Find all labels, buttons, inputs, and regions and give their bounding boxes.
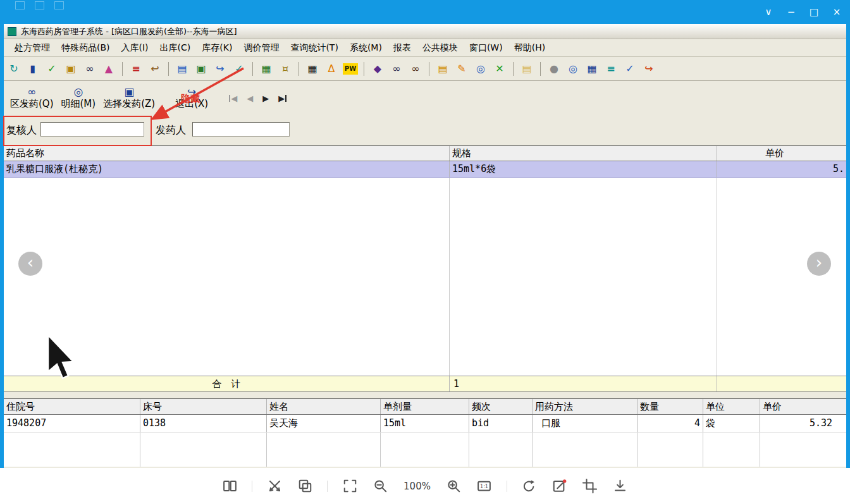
menu-item[interactable]: 库存(K) <box>196 40 238 56</box>
magnifier-icon[interactable]: ◎ <box>473 61 488 77</box>
close-button[interactable]: × <box>828 4 845 20</box>
new-doc-icon[interactable]: ▤ <box>175 61 190 77</box>
check-doc-icon[interactable]: ▣ <box>194 61 209 77</box>
background-app-icons <box>15 1 64 9</box>
flip-icon[interactable] <box>266 478 283 495</box>
table-filler <box>4 433 140 467</box>
money-table-icon[interactable]: ¤ <box>278 61 293 77</box>
menu-item[interactable]: 查询统计(T) <box>285 40 343 56</box>
menu-item[interactable]: 帮助(H) <box>508 40 551 56</box>
table-filler <box>267 433 381 467</box>
col-quantity: 数量 <box>638 399 703 414</box>
refresh-icon[interactable]: ↻ <box>6 61 22 77</box>
close-box-icon[interactable]: ✕ <box>492 61 507 77</box>
menu-item[interactable]: 入库(I) <box>116 40 154 56</box>
rotate-icon[interactable] <box>521 478 538 495</box>
dispense-form: 复核人 发药人 <box>4 115 846 145</box>
menu-item[interactable]: 公共模块 <box>417 40 464 56</box>
dispenser-input[interactable] <box>192 122 290 137</box>
flask-icon[interactable]: ▲ <box>101 61 116 77</box>
report-red-icon[interactable]: ≡ <box>128 61 144 77</box>
zoom-out-icon[interactable] <box>372 478 388 495</box>
bag-icon[interactable]: ◆ <box>370 61 385 77</box>
layers-icon[interactable]: ≡ <box>603 61 619 77</box>
table-filler <box>760 433 846 467</box>
drug-row-selected[interactable]: 乳果糖口服液(杜秘克) 15ml*6袋 5. <box>4 161 846 178</box>
toolbar-separator <box>364 62 364 76</box>
reviewer-input[interactable] <box>40 122 144 137</box>
ward-dispense-icon: ∞ <box>27 86 36 98</box>
binoculars-icon[interactable]: ∞ <box>82 61 97 77</box>
select-dispense-icon: ▣ <box>124 86 134 98</box>
actual-size-icon[interactable]: 1:1 <box>476 478 493 495</box>
viewer-toolbar-separator <box>507 481 507 492</box>
record-next-button[interactable]: ▶ <box>262 94 269 103</box>
table-filler <box>717 376 846 391</box>
approve-check-icon[interactable]: ✓ <box>44 61 59 77</box>
app-title: 东海西药房管理子系统 - [病区口服发药(全部)--东海一病区] <box>21 26 237 37</box>
zoom-in-icon[interactable] <box>446 478 462 495</box>
drug-table-header: 药品名称 规格 单价 <box>4 146 846 161</box>
bell-icon[interactable]: Δ <box>324 61 339 77</box>
pen-icon[interactable]: ✎ <box>454 61 469 77</box>
menu-item[interactable]: 出库(C) <box>154 40 197 56</box>
doc-check-icon[interactable]: ✓ <box>622 61 638 77</box>
app-icon <box>8 27 16 36</box>
binoculars-2-icon[interactable]: ∞ <box>389 61 404 77</box>
download-icon[interactable] <box>612 478 629 495</box>
viewer-toolbar-separator <box>327 481 328 492</box>
forward-doc-icon[interactable]: ↪ <box>212 61 228 77</box>
exit-door-icon[interactable]: ↪ <box>641 61 656 77</box>
maximize-button[interactable]: □ <box>806 4 822 20</box>
minimize-button[interactable]: − <box>783 4 799 20</box>
chart-icon[interactable]: ▦ <box>259 61 274 77</box>
edit-icon[interactable] <box>551 478 568 495</box>
calendar-icon[interactable]: ▦ <box>584 61 600 77</box>
menu-item[interactable]: 调价管理 <box>238 40 285 56</box>
ghost-icon <box>35 1 44 9</box>
toolbar-separator <box>252 62 253 76</box>
toolbar-separator <box>122 62 123 76</box>
crop-icon[interactable] <box>582 478 598 495</box>
next-image-button[interactable]: › <box>807 252 831 276</box>
viewer-toolbar: 100%1:1 <box>0 468 850 504</box>
magnifier-2-icon[interactable]: ◎ <box>565 61 581 77</box>
detail-button[interactable]: ◎明细(M) <box>58 82 100 114</box>
frequency-cell: bid <box>469 415 533 432</box>
record-prev-button[interactable]: ◀ <box>247 94 253 103</box>
table-filler <box>469 433 533 467</box>
menu-item[interactable]: 系统(M) <box>344 40 388 56</box>
return-doc-icon[interactable]: ↩ <box>147 61 163 77</box>
folder-icon[interactable]: ▤ <box>435 61 450 77</box>
viewer-toolbar-separator <box>252 481 252 492</box>
select-dispense-button[interactable]: ▣选择发药(Z) <box>99 82 159 114</box>
record-first-button[interactable]: ◀ <box>228 94 237 103</box>
sphere-icon[interactable]: ● <box>546 61 562 77</box>
toolbar-separator <box>429 62 429 76</box>
menu-item[interactable]: 窗口(W) <box>464 40 508 56</box>
stamp-icon[interactable]: ▣ <box>63 61 78 77</box>
folder-open-icon[interactable]: ▤ <box>519 61 534 77</box>
action-row: ∞区发药(Q)◎明细(M)▣选择发药(Z)↪退出(X) ◀◀▶▶ <box>4 81 846 115</box>
unit-cell: 袋 <box>703 415 760 432</box>
verify-doc-icon[interactable]: ✓ <box>231 61 247 77</box>
medicine-bottle-icon[interactable]: ▮ <box>25 61 40 77</box>
restore-down-button[interactable]: ∨ <box>760 4 777 20</box>
patient-table-header: 住院号 床号 姓名 单剂量 频次 用药方法 数量 单位 单价 <box>4 399 846 415</box>
patient-table-empty-area <box>4 433 846 467</box>
menu-item[interactable]: 报表 <box>388 40 417 56</box>
prev-image-button[interactable]: ‹ <box>18 252 42 276</box>
menu-item[interactable]: 特殊药品(B) <box>56 40 116 56</box>
fit-screen-icon[interactable] <box>342 478 358 495</box>
panels-icon[interactable] <box>221 478 238 495</box>
menu-item[interactable]: 处方管理 <box>9 40 56 56</box>
password-icon[interactable]: PW <box>343 63 358 75</box>
slideshow-icon[interactable] <box>297 478 313 495</box>
find-drug-icon[interactable]: ∞ <box>408 61 423 77</box>
patient-row[interactable]: 1948207 0138 吴天海 15ml bid 口服 4 袋 5.32 <box>4 415 846 433</box>
annotation-hide-label: 隐藏 <box>181 93 200 105</box>
grid-icon[interactable]: ▦ <box>305 61 320 77</box>
ward-dispense-button[interactable]: ∞区发药(Q) <box>6 82 58 114</box>
record-last-button[interactable]: ▶ <box>278 94 287 103</box>
menu-bar: 处方管理特殊药品(B)入库(I)出库(C)库存(K)调价管理查询统计(T)系统(… <box>4 39 846 57</box>
